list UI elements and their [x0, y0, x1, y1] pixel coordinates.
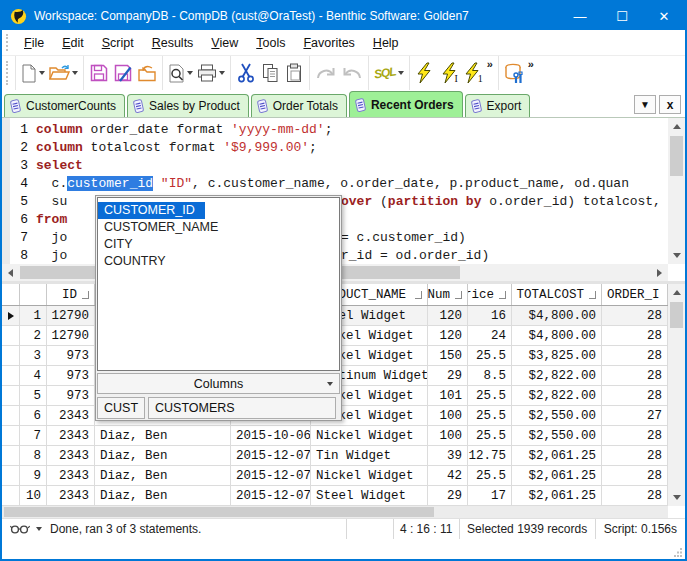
cell-num[interactable]: 120 [428, 306, 468, 325]
cell-date[interactable]: 2015-10-06 [231, 426, 311, 445]
cell-order[interactable]: 28 [602, 346, 668, 365]
cell-order[interactable]: 28 [602, 326, 668, 345]
row-gutter[interactable] [2, 486, 20, 505]
menu-script[interactable]: Script [93, 32, 143, 54]
code-line-2[interactable]: 2column totalcost format '$9,999.00'; [2, 139, 668, 157]
print-button[interactable] [195, 59, 227, 87]
cell-n[interactable]: 6 [20, 406, 47, 425]
grid-scroll-down-arrow-icon[interactable] [668, 489, 685, 506]
grid-row-9[interactable]: 92343Diaz, Ben2015-12-07Nickel Widget422… [2, 466, 685, 486]
cell-num[interactable]: 100 [428, 406, 468, 425]
cell-num[interactable]: 150 [428, 346, 468, 365]
cut-button[interactable] [234, 59, 258, 87]
suggestion-customer_id[interactable]: CUSTOMER_ID [98, 202, 205, 219]
column-sort-glyph-icon[interactable] [499, 291, 506, 299]
cell-num[interactable]: 42 [428, 466, 468, 485]
column-header-n[interactable] [20, 284, 47, 305]
cell-id[interactable]: 2343 [47, 466, 95, 485]
cell-n[interactable]: 4 [20, 366, 47, 385]
column-sort-glyph-icon[interactable] [589, 291, 596, 299]
cell-id[interactable]: 12790 [47, 326, 95, 345]
maximize-button[interactable]: ☐ [601, 2, 643, 30]
cell-n[interactable]: 10 [20, 486, 47, 505]
cell-price[interactable]: 24 [468, 326, 512, 345]
grid-row-7[interactable]: 72343Diaz, Ben2015-10-06Nickel Widget100… [2, 426, 685, 446]
menu-edit[interactable]: Edit [53, 32, 93, 54]
execute-statement-button[interactable]: I [437, 59, 461, 87]
tab-export[interactable]: Export [465, 94, 531, 117]
row-gutter[interactable] [2, 406, 20, 425]
cell-id[interactable]: 973 [47, 346, 95, 365]
cell-id[interactable]: 2343 [47, 446, 95, 465]
tab-list-dropdown-button[interactable]: ▼ [634, 95, 656, 114]
open-script-button[interactable] [47, 59, 80, 87]
object-type-combo[interactable]: Columns [97, 373, 340, 394]
tab-customercounts[interactable]: CustomerCounts [4, 94, 125, 117]
editor-vscroll-thumb[interactable] [670, 136, 683, 176]
column-sort-glyph-icon[interactable] [82, 291, 89, 299]
cell-total[interactable]: $2,061.25 [512, 446, 602, 465]
suggestion-city[interactable]: CITY [98, 236, 339, 253]
cell-product[interactable]: Nickel Widget [311, 426, 428, 445]
scroll-right-arrow-icon[interactable] [651, 264, 668, 281]
column-header-gutter[interactable] [2, 284, 20, 305]
cell-total[interactable]: $4,800.00 [512, 326, 602, 345]
cell-id[interactable]: 973 [47, 386, 95, 405]
grid-row-10[interactable]: 102343Diaz, Ben2015-12-07Steel Widget291… [2, 486, 685, 506]
cell-product[interactable]: Nickel Widget [311, 466, 428, 485]
cell-price[interactable]: 25.5 [468, 466, 512, 485]
column-header-num[interactable]: Num [428, 284, 468, 305]
grid-vscroll-thumb[interactable] [670, 302, 683, 328]
scroll-up-arrow-icon[interactable] [668, 118, 685, 135]
cell-num[interactable]: 39 [428, 446, 468, 465]
cell-total[interactable]: $4,800.00 [512, 306, 602, 325]
menu-help[interactable]: Help [364, 32, 408, 54]
save-as-button[interactable] [111, 59, 135, 87]
cell-n[interactable]: 7 [20, 426, 47, 445]
code-line-1[interactable]: 1column order_date format 'yyyy-mm-dd'; [2, 121, 668, 139]
open-dropdown-arrow-icon[interactable] [72, 71, 78, 75]
code-line-3[interactable]: 3select [2, 157, 668, 175]
cell-name[interactable]: Diaz, Ben [95, 446, 231, 465]
cell-order[interactable]: 27 [602, 406, 668, 425]
menu-favorites[interactable]: Favorites [294, 32, 363, 54]
grid-vertical-scrollbar[interactable] [668, 284, 685, 506]
cell-order[interactable]: 28 [602, 386, 668, 405]
column-sort-glyph-icon[interactable] [415, 291, 422, 299]
cell-price[interactable]: 25.5 [468, 346, 512, 365]
grid-horizontal-scrollbar[interactable] [2, 506, 668, 518]
cell-price[interactable]: 25.5 [468, 386, 512, 405]
revert-button[interactable] [135, 59, 159, 87]
scroll-left-arrow-icon[interactable] [2, 264, 19, 281]
cell-date[interactable]: 2015-12-07 [231, 446, 311, 465]
preview-dropdown-arrow-icon[interactable] [187, 71, 193, 75]
menu-results[interactable]: Results [143, 32, 203, 54]
cell-n[interactable]: 3 [20, 346, 47, 365]
row-gutter[interactable] [2, 366, 20, 385]
row-gutter[interactable] [2, 386, 20, 405]
column-sort-glyph-icon[interactable] [455, 291, 462, 299]
new-script-button[interactable] [19, 59, 47, 87]
cell-date[interactable]: 2015-12-07 [231, 466, 311, 485]
new-dropdown-arrow-icon[interactable] [39, 71, 45, 75]
cell-num[interactable]: 29 [428, 366, 468, 385]
cell-n[interactable]: 5 [20, 386, 47, 405]
execute-one-button[interactable]: 1 [461, 59, 485, 87]
cell-id[interactable]: 2343 [47, 486, 95, 505]
cell-name[interactable]: Diaz, Ben [95, 426, 231, 445]
tab-order-totals[interactable]: Order Totals [251, 94, 347, 117]
scroll-down-arrow-icon[interactable] [668, 247, 685, 264]
toolbar-overflow-chevron-icon[interactable]: » [487, 58, 493, 70]
tab-close-button[interactable]: x [659, 95, 681, 114]
cell-order[interactable]: 28 [602, 446, 668, 465]
cell-order[interactable]: 28 [602, 426, 668, 445]
cell-price[interactable]: 12.75 [468, 446, 512, 465]
menu-tools[interactable]: Tools [247, 32, 294, 54]
popup-tab-cust[interactable]: CUST [97, 397, 145, 419]
cell-total[interactable]: $2,550.00 [512, 426, 602, 445]
cell-num[interactable]: 100 [428, 426, 468, 445]
combo-dropdown-arrow-icon[interactable] [327, 382, 333, 386]
cell-product[interactable]: Tin Widget [311, 446, 428, 465]
cell-order[interactable]: 28 [602, 486, 668, 505]
resize-grip-icon[interactable] [674, 548, 683, 557]
